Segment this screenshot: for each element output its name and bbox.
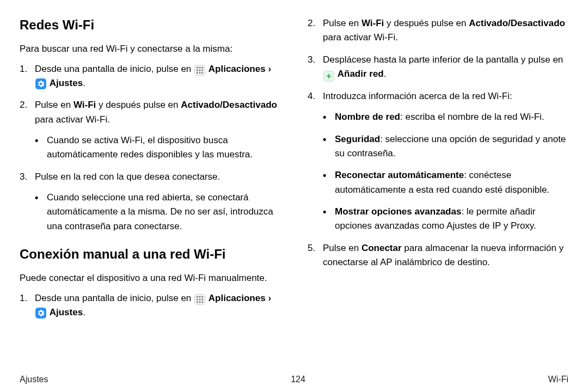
svg-point-1	[199, 66, 201, 68]
bullet-seguridad: Seguridad: seleccione una opción de segu…	[323, 132, 568, 161]
wifi-bold: Wi-Fi	[74, 100, 96, 110]
r4-sublist: Nombre de red: escriba el nombre de la r…	[323, 110, 568, 233]
r5-a: Pulse en	[323, 243, 362, 253]
r2-b: y después pulse en	[384, 18, 469, 28]
footer-right: Wi-Fi	[548, 375, 568, 384]
step-2-sublist: Cuando se activa Wi-Fi, el dispositivo b…	[35, 133, 280, 162]
step-1-text: Desde una pantalla de inicio, pulse en	[35, 64, 194, 74]
svg-point-2	[201, 66, 203, 68]
apps-label: Aplicaciones	[209, 64, 266, 74]
apps-icon	[194, 65, 205, 76]
bullet-nombre: Nombre de red: escriba el nombre de la r…	[323, 110, 568, 124]
onoff-bold: Activado/Desactivado	[469, 18, 565, 28]
heading-redes-wifi: Redes Wi-Fi	[20, 16, 280, 33]
b3-title: Reconectar automáticamente	[335, 170, 464, 180]
steps-list-continued: Pulse en Wi-Fi y después pulse en Activa…	[308, 16, 568, 270]
svg-point-3	[197, 69, 198, 71]
step-3-bullet: Cuando seleccione una red abierta, se co…	[35, 191, 280, 234]
r3-a: Desplácese hasta la parte inferior de la…	[323, 54, 563, 65]
settings-label: Ajustes	[50, 78, 83, 88]
footer-left: Ajustes	[20, 375, 48, 384]
add-network-label: Añadir red	[338, 69, 384, 79]
apps-label: Aplicaciones	[209, 293, 266, 303]
svg-point-12	[197, 298, 198, 300]
period: .	[384, 69, 387, 79]
chevron-icon: ›	[268, 64, 271, 74]
settings-label: Ajustes	[50, 307, 83, 317]
steps-list-2: Desde una pantalla de inicio, pulse en A…	[20, 291, 280, 320]
apps-icon	[194, 294, 205, 305]
manual-step-1: Desde una pantalla de inicio, pulse en A…	[20, 291, 280, 320]
right-column: Pulse en Wi-Fi y después pulse en Activa…	[308, 16, 568, 327]
r-step-3: Desplácese hasta la parte inferior de la…	[308, 53, 568, 82]
step-3-text: Pulse en la red con la que desea conecta…	[35, 171, 220, 182]
r4-text: Introduzca información acerca de la red …	[323, 91, 512, 101]
svg-point-14	[201, 298, 203, 300]
svg-point-0	[197, 66, 198, 68]
svg-point-8	[201, 72, 203, 74]
svg-point-16	[199, 301, 201, 303]
svg-point-13	[199, 298, 201, 300]
heading-conexion-manual: Conexión manual a una red Wi-Fi	[20, 246, 280, 262]
period: .	[83, 78, 85, 88]
svg-point-6	[197, 72, 198, 74]
r2-c: para activar Wi-Fi.	[323, 32, 398, 42]
r-step-5: Pulse en Conectar para almacenar la nuev…	[308, 241, 568, 270]
r2-a: Pulse en	[323, 18, 362, 28]
intro-text: Para buscar una red Wi-Fi y conectarse a…	[20, 42, 280, 56]
step-2-text-a: Pulse en	[35, 100, 74, 110]
bullet-reconectar: Reconectar automáticamente: conéctese au…	[323, 168, 568, 197]
left-column: Redes Wi-Fi Para buscar una red Wi-Fi y …	[20, 16, 280, 327]
svg-point-11	[201, 296, 203, 297]
steps-list-1: Desde una pantalla de inicio, pulse en A…	[20, 62, 280, 234]
svg-point-9	[197, 296, 198, 297]
onoff-bold: Activado/Desactivado	[181, 100, 277, 110]
r-step-4: Introduzca información acerca de la red …	[308, 89, 568, 234]
step-2: Pulse en Wi-Fi y después pulse en Activa…	[20, 98, 280, 162]
svg-point-15	[197, 301, 198, 303]
step-1: Desde una pantalla de inicio, pulse en A…	[20, 62, 280, 91]
svg-point-10	[199, 296, 201, 297]
page-footer: Ajustes 124 Wi-Fi	[20, 375, 568, 384]
r-step-2: Pulse en Wi-Fi y después pulse en Activa…	[308, 16, 568, 45]
svg-point-4	[199, 69, 201, 71]
intro2-text: Puede conectar el dispositivo a una red …	[20, 271, 280, 285]
step-2-text-c: para activar Wi-Fi.	[35, 114, 110, 125]
footer-page-number: 124	[291, 375, 305, 384]
b4-title: Mostrar opciones avanzadas	[335, 206, 461, 217]
period: .	[83, 307, 85, 317]
svg-point-7	[199, 72, 201, 74]
step-2-text-b: y después pulse en	[96, 100, 181, 110]
settings-icon	[35, 78, 46, 89]
step-2-bullet: Cuando se activa Wi-Fi, el dispositivo b…	[35, 133, 280, 162]
b1-title: Nombre de red	[335, 112, 400, 122]
settings-icon	[35, 308, 46, 318]
b1-rest: : escriba el nombre de la red Wi-Fi.	[400, 112, 544, 122]
svg-point-17	[201, 301, 203, 303]
svg-point-5	[201, 69, 203, 71]
b2-title: Seguridad	[335, 134, 380, 144]
plus-icon: +	[323, 71, 334, 82]
bullet-avanzadas: Mostrar opciones avanzadas: le permite a…	[323, 205, 568, 234]
wifi-bold: Wi-Fi	[362, 18, 384, 28]
step-3-sublist: Cuando seleccione una red abierta, se co…	[35, 191, 280, 234]
manual-step-1-text: Desde una pantalla de inicio, pulse en	[35, 293, 194, 303]
chevron-icon: ›	[268, 293, 271, 303]
step-3: Pulse en la red con la que desea conecta…	[20, 170, 280, 234]
conectar-bold: Conectar	[362, 243, 402, 253]
